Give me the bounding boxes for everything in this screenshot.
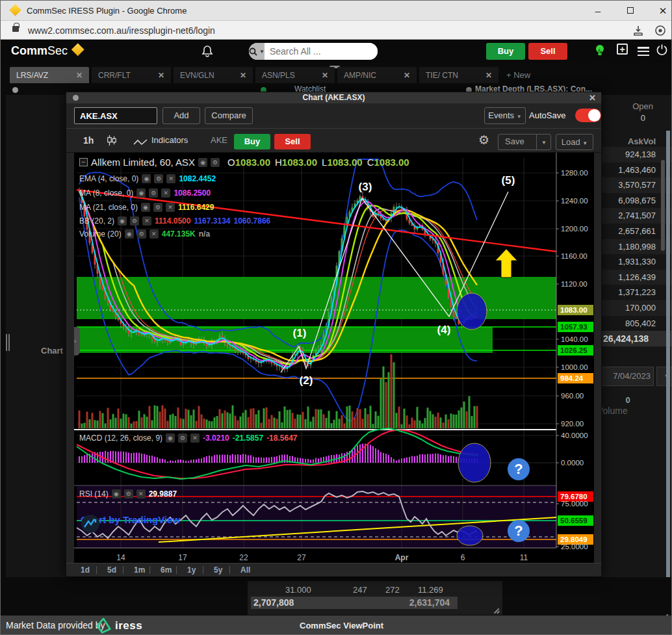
- compare-button[interactable]: Compare: [205, 107, 253, 124]
- range-5d[interactable]: 5d: [107, 565, 123, 575]
- indicator-legend-row: EMA (4, close, 0)◉⚙✕1082.4452: [79, 174, 216, 183]
- resize-handle-icon[interactable]: [493, 606, 500, 613]
- svg-text:1000.00: 1000.00: [561, 363, 588, 371]
- total-bid-volume: 2,707,808: [253, 597, 294, 608]
- remove-icon[interactable]: ✕: [166, 203, 175, 212]
- events-dropdown[interactable]: Events ▼: [484, 107, 526, 124]
- range-1m[interactable]: 1m: [134, 565, 149, 575]
- download-icon[interactable]: [632, 25, 644, 36]
- tradingview-attribution[interactable]: Chart by TradingView: [81, 514, 180, 525]
- svg-text:40.0000: 40.0000: [561, 432, 588, 439]
- visibility-icon[interactable]: ◉: [125, 229, 134, 239]
- gear-icon[interactable]: ⚙: [153, 203, 162, 212]
- add-panel-icon[interactable]: +: [617, 44, 628, 55]
- visibility-icon[interactable]: ◉: [198, 158, 207, 167]
- askvol-scrollbar[interactable]: [661, 160, 665, 251]
- remove-icon[interactable]: ✕: [166, 174, 175, 183]
- divider: [229, 566, 230, 574]
- buy-button[interactable]: Buy: [486, 43, 525, 60]
- remove-icon[interactable]: ✕: [142, 216, 151, 226]
- search-input[interactable]: [265, 43, 378, 60]
- url-text[interactable]: www2.commsec.com.au/iressplugin-net6/log…: [28, 25, 215, 36]
- tab-tie-ctn[interactable]: TIE/ CTN✕: [419, 67, 498, 83]
- search-scope-button[interactable]: ▼: [249, 43, 265, 60]
- maximize-button[interactable]: [615, 1, 645, 21]
- iress-logo: iress: [96, 617, 142, 634]
- panel-edge-tab[interactable]: ›: [74, 327, 80, 356]
- chart-toolbar: 1h Indicators AKE Buy Sell ⚙ Save ▼ Load…: [66, 128, 601, 153]
- remove-icon[interactable]: ✕: [190, 434, 200, 443]
- tab-asn-pls[interactable]: ASN/PLS✕: [255, 67, 335, 83]
- macd-legend: MACD (12, 26, close, 9)◉⚙✕-3.0210-21.585…: [79, 434, 298, 443]
- remove-icon[interactable]: ✕: [149, 229, 159, 239]
- symbol-input[interactable]: [74, 107, 157, 124]
- gear-icon[interactable]: ⚙: [178, 434, 187, 443]
- chart-window-titlebar[interactable]: Chart (AKE.ASX) ✕: [66, 92, 601, 103]
- range-5y[interactable]: 5y: [214, 565, 229, 575]
- visibility-icon[interactable]: ◉: [118, 216, 127, 226]
- visibility-icon[interactable]: ◉: [142, 174, 151, 183]
- chart-canvas[interactable]: (1)(2)(3)(4)(5)??1280.001240.001200.0011…: [74, 153, 594, 552]
- add-button[interactable]: Add: [162, 107, 200, 124]
- svg-text:920.00: 920.00: [561, 420, 584, 428]
- notifications-bell-icon[interactable]: [201, 45, 214, 58]
- visibility-icon[interactable]: ◉: [112, 489, 121, 499]
- outer-scrollbar[interactable]: [666, 131, 670, 577]
- gear-icon[interactable]: ⚙: [124, 489, 133, 499]
- splitter-grip[interactable]: [6, 334, 10, 351]
- chart-sell-button[interactable]: Sell: [274, 134, 311, 149]
- indicator-value: 447.135K: [162, 229, 196, 239]
- tab-amp-nic[interactable]: AMP/NIC✕: [337, 67, 417, 83]
- range-1y[interactable]: 1y: [187, 565, 203, 575]
- gear-icon[interactable]: ⚙: [137, 229, 146, 239]
- workspace: LRS/AVZ✕CRR/FLT✕EVN/GLN✕ASN/PLS✕AMP/NIC✕…: [1, 63, 672, 616]
- close-button[interactable]: ✕: [648, 1, 672, 21]
- date-field[interactable]: 7/04/2023: [602, 367, 654, 386]
- tab-close-icon[interactable]: ✕: [322, 71, 328, 80]
- indicator-value: 1167.3134: [194, 216, 230, 226]
- settings-gear-icon[interactable]: ⚙: [478, 133, 489, 148]
- tab-crr-flt[interactable]: CRR/FLT✕: [92, 67, 171, 83]
- ideas-bulb-icon[interactable]: [593, 44, 606, 59]
- gear-icon[interactable]: ⚙: [154, 174, 163, 183]
- power-icon[interactable]: [656, 44, 668, 56]
- tab-close-icon[interactable]: ✕: [404, 71, 410, 80]
- gear-icon[interactable]: ⚙: [149, 188, 158, 198]
- remove-icon[interactable]: ✕: [136, 489, 146, 499]
- eye-icon[interactable]: [654, 25, 666, 36]
- sell-button[interactable]: Sell: [528, 43, 567, 60]
- tab-label: LRS/AVZ: [16, 71, 48, 80]
- interval-button[interactable]: 1h: [83, 135, 94, 146]
- collapse-icon[interactable]: −: [79, 158, 88, 166]
- save-split-button[interactable]: Save ▼: [498, 134, 551, 150]
- lock-icon[interactable]: [12, 26, 19, 32]
- gear-icon[interactable]: ⚙: [130, 216, 139, 226]
- tab-label: AMP/NIC: [344, 71, 376, 80]
- gear-icon[interactable]: ⚙: [211, 158, 220, 167]
- new-tab-button[interactable]: + New: [501, 67, 553, 83]
- tab-close-icon[interactable]: ✕: [485, 71, 492, 80]
- tab-lrs-avz[interactable]: LRS/AVZ✕: [10, 67, 89, 83]
- range-all[interactable]: All: [240, 565, 256, 575]
- tab-close-icon[interactable]: ✕: [158, 71, 164, 80]
- chart-style-icon[interactable]: [107, 135, 117, 146]
- tab-close-icon[interactable]: ✕: [240, 71, 246, 80]
- tab-evn-gln[interactable]: EVN/GLN✕: [174, 67, 253, 83]
- chart-buy-button[interactable]: Buy: [234, 134, 270, 149]
- menu-icon[interactable]: [638, 47, 649, 56]
- range-6m[interactable]: 6m: [161, 565, 176, 575]
- remove-icon[interactable]: ✕: [161, 188, 170, 198]
- svg-text:25.0000: 25.0000: [561, 543, 588, 551]
- indicators-button[interactable]: Indicators: [151, 135, 188, 145]
- tab-close-icon[interactable]: ✕: [76, 71, 83, 80]
- minimize-button[interactable]: –: [583, 1, 613, 21]
- visibility-icon[interactable]: ◉: [141, 203, 150, 212]
- visibility-icon[interactable]: ◉: [136, 188, 146, 198]
- autosave-toggle[interactable]: [575, 109, 601, 122]
- chart-window-close-icon[interactable]: ✕: [589, 92, 596, 103]
- time-axis[interactable]: 14172227Apr611: [74, 552, 594, 563]
- range-1d[interactable]: 1d: [81, 565, 96, 575]
- load-button[interactable]: Load ▼: [556, 134, 593, 150]
- svg-text:1120.00: 1120.00: [561, 280, 588, 288]
- visibility-icon[interactable]: ◉: [166, 434, 175, 443]
